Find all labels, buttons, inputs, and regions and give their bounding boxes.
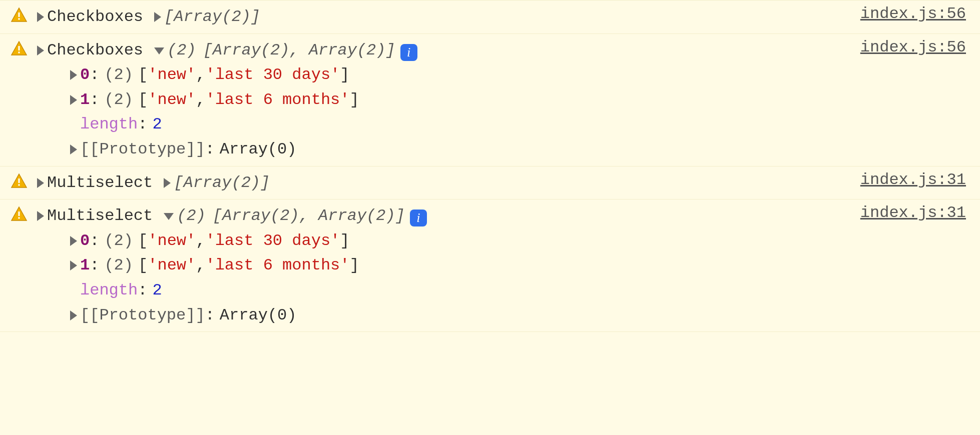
array-summary[interactable]: [Array(2)] <box>174 170 270 196</box>
console-row: Multiselect (2) [Array(2), Array(2)] i 0… <box>0 200 980 332</box>
length-label: length <box>80 112 138 137</box>
item-index: 0 <box>80 62 90 88</box>
log-label: Multiselect <box>47 170 153 196</box>
prototype-line: [[Prototype]]: Array(0) <box>70 303 850 328</box>
item-count: (2) <box>104 88 133 112</box>
expand-item-icon[interactable] <box>70 70 77 80</box>
length-label: length <box>80 278 138 303</box>
array-children: 0: (2) ['new', 'last 30 days'] 1: (2) ['… <box>37 228 850 328</box>
item-value-1: 'last 6 months' <box>205 253 349 278</box>
prototype-line: [[Prototype]]: Array(0) <box>70 137 850 162</box>
array-item-line: 1: (2) ['new', 'last 6 months'] <box>70 88 850 112</box>
item-value-0: 'new' <box>148 62 196 88</box>
array-item-line: 0: (2) ['new', 'last 30 days'] <box>70 228 850 254</box>
svg-rect-4 <box>19 178 20 183</box>
source-link[interactable]: index.js:31 <box>860 170 966 189</box>
info-icon[interactable]: i <box>400 44 417 61</box>
log-label: Checkboxes <box>47 38 143 63</box>
log-line: Checkboxes (2) [Array(2), Array(2)] i <box>37 38 850 63</box>
expand-proto-icon[interactable] <box>70 144 77 154</box>
prototype-label: [[Prototype]] <box>80 137 205 162</box>
console-row: Checkboxes [Array(2)] index.js:56 <box>0 0 980 34</box>
console-row: Checkboxes (2) [Array(2), Array(2)] i 0:… <box>0 34 980 166</box>
source-link[interactable]: index.js:56 <box>860 38 966 56</box>
item-value-1: 'last 30 days' <box>205 228 340 254</box>
array-count: (2) <box>177 204 206 228</box>
item-value-1: 'last 6 months' <box>205 88 349 112</box>
expand-item-icon[interactable] <box>70 260 77 270</box>
expand-label-icon[interactable] <box>37 178 44 188</box>
log-line: Checkboxes [Array(2)] <box>37 4 850 30</box>
prototype-value: Array(0) <box>220 137 297 162</box>
log-label: Checkboxes <box>47 4 143 30</box>
source-link[interactable]: index.js:56 <box>860 4 966 23</box>
log-label: Multiselect <box>47 204 153 228</box>
item-value-0: 'new' <box>148 228 196 254</box>
expand-value-icon[interactable] <box>154 12 161 22</box>
length-line: length: 2 <box>70 112 850 137</box>
expand-item-icon[interactable] <box>70 236 77 246</box>
warning-icon <box>10 40 28 58</box>
log-line: Multiselect [Array(2)] <box>37 170 850 196</box>
svg-rect-0 <box>19 12 20 17</box>
expand-value-icon[interactable] <box>164 178 171 188</box>
info-icon[interactable]: i <box>410 210 427 226</box>
warning-icon <box>10 172 28 190</box>
array-item-line: 0: (2) ['new', 'last 30 days'] <box>70 62 850 88</box>
source-link[interactable]: index.js:31 <box>860 204 966 222</box>
array-summary[interactable]: [Array(2), Array(2)] <box>203 38 395 63</box>
log-line: Multiselect (2) [Array(2), Array(2)] i <box>37 204 850 228</box>
item-index: 1 <box>80 88 90 112</box>
array-children: 0: (2) ['new', 'last 30 days'] 1: (2) ['… <box>37 62 850 162</box>
item-index: 0 <box>80 228 90 254</box>
expand-label-icon[interactable] <box>37 46 44 56</box>
length-line: length: 2 <box>70 278 850 303</box>
svg-rect-6 <box>19 212 20 216</box>
array-summary[interactable]: [Array(2), Array(2)] <box>213 204 405 228</box>
expand-item-icon[interactable] <box>70 95 77 105</box>
expand-label-icon[interactable] <box>37 211 44 221</box>
expand-proto-icon[interactable] <box>70 310 77 320</box>
svg-rect-7 <box>19 217 20 218</box>
item-count: (2) <box>104 62 133 88</box>
expand-label-icon[interactable] <box>37 12 44 22</box>
item-count: (2) <box>104 228 133 254</box>
svg-rect-2 <box>19 46 20 50</box>
length-value: 2 <box>152 112 162 137</box>
prototype-label: [[Prototype]] <box>80 303 205 328</box>
item-index: 1 <box>80 253 90 278</box>
console-row: Multiselect [Array(2)] index.js:31 <box>0 166 980 200</box>
array-summary[interactable]: [Array(2)] <box>164 4 260 30</box>
collapse-value-icon[interactable] <box>164 213 174 220</box>
svg-rect-1 <box>19 18 20 20</box>
item-value-0: 'new' <box>148 88 196 112</box>
item-value-1: 'last 30 days' <box>205 62 340 88</box>
collapse-value-icon[interactable] <box>154 48 164 54</box>
array-count: (2) <box>167 38 196 63</box>
warning-icon <box>10 206 28 224</box>
prototype-value: Array(0) <box>220 303 297 328</box>
item-count: (2) <box>104 253 133 278</box>
svg-rect-5 <box>19 184 20 186</box>
item-value-0: 'new' <box>148 253 196 278</box>
svg-rect-3 <box>19 52 20 53</box>
length-value: 2 <box>152 278 162 303</box>
array-item-line: 1: (2) ['new', 'last 6 months'] <box>70 253 850 278</box>
warning-icon <box>10 6 28 24</box>
